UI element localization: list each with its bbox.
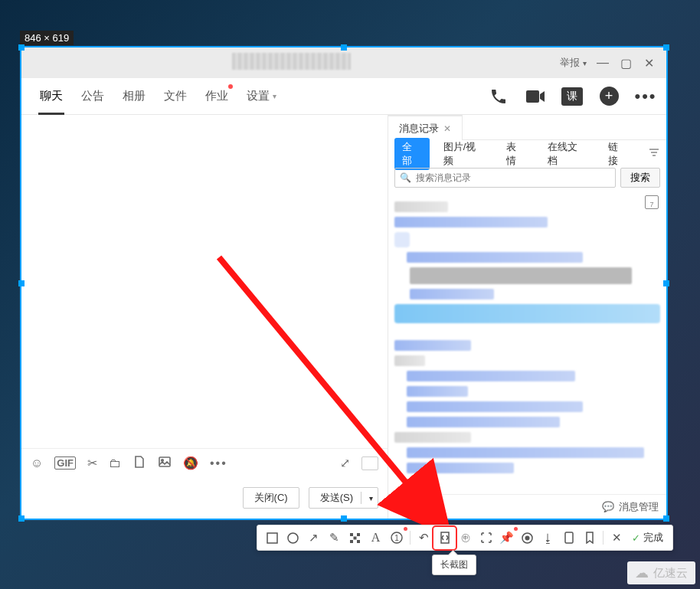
svg-rect-4	[267, 533, 277, 543]
tool-ellipse[interactable]	[283, 528, 303, 548]
close-chat-button[interactable]: 关闭(C)	[243, 487, 299, 509]
tool-cancel[interactable]: ✕	[607, 528, 627, 548]
selection-dimensions: 846 × 619	[20, 31, 74, 45]
list-item	[407, 371, 575, 381]
list-item	[407, 417, 560, 427]
fullscreen-icon[interactable]: ⤢	[340, 456, 350, 470]
tool-long-screenshot[interactable]	[434, 528, 455, 548]
tool-phone[interactable]	[558, 528, 579, 548]
chat-message-area	[21, 115, 388, 448]
search-icon: 🔍	[400, 172, 411, 183]
filter-link[interactable]: 链接	[600, 138, 636, 170]
tab-chat[interactable]: 聊天	[31, 78, 72, 115]
tab-notice[interactable]: 公告	[72, 78, 113, 115]
voice-call-icon[interactable]	[487, 85, 510, 108]
list-item	[407, 386, 468, 397]
list-item	[394, 432, 471, 443]
minimize-button[interactable]: —	[591, 51, 614, 74]
chevron-down-icon: ▾	[583, 59, 587, 67]
tool-record[interactable]	[517, 528, 538, 548]
message-manager-link[interactable]: 💬消息管理	[388, 494, 666, 519]
list-item	[394, 355, 425, 366]
search-field[interactable]	[416, 172, 610, 183]
tab-homework[interactable]: 作业	[196, 78, 237, 115]
chevron-down-icon[interactable]: ▾	[369, 494, 373, 502]
svg-rect-0	[526, 90, 539, 103]
filter-settings-icon[interactable]	[648, 146, 660, 162]
list-item	[407, 463, 514, 473]
message-history-list: 7	[388, 194, 666, 494]
tool-ocr[interactable]	[476, 528, 496, 548]
tooltip-long-screenshot: 长截图	[432, 555, 476, 575]
tab-album[interactable]: 相册	[113, 78, 155, 115]
notification-dot	[228, 84, 233, 89]
tool-done[interactable]: ✓完成	[627, 531, 668, 545]
tool-pen[interactable]: ✎	[324, 528, 345, 548]
emoji-icon[interactable]: ☺	[31, 456, 43, 470]
tool-pin[interactable]: 📌	[496, 528, 517, 548]
folder-icon[interactable]: 🗀	[109, 456, 121, 470]
list-item	[394, 232, 660, 247]
list-item	[394, 217, 548, 227]
more-input-icon[interactable]: •••	[210, 456, 227, 470]
report-link[interactable]: 举报▾	[555, 56, 591, 70]
list-item	[407, 252, 583, 263]
gif-icon[interactable]: GIF	[54, 456, 76, 470]
svg-point-5	[288, 533, 298, 543]
tool-arrow[interactable]: ↗	[303, 528, 324, 548]
list-item	[410, 289, 494, 299]
list-item	[394, 304, 660, 323]
svg-point-15	[525, 535, 530, 540]
image-icon[interactable]	[158, 455, 172, 472]
more-icon[interactable]: •••	[634, 85, 657, 108]
doc-icon[interactable]	[132, 455, 146, 472]
titlebar: 举报▾ — ▢ ✕	[21, 47, 666, 78]
list-item	[394, 340, 471, 351]
tool-translate[interactable]: ㊥	[455, 528, 476, 548]
tool-text[interactable]: A	[365, 528, 386, 548]
tab-file[interactable]: 文件	[155, 78, 196, 115]
tool-mosaic[interactable]	[345, 528, 365, 548]
send-button[interactable]: 发送(S)▾	[309, 487, 378, 509]
tool-rect[interactable]	[262, 528, 283, 548]
screenshot-toolbar: ↗ ✎ A 1 ↶ ㊥ 📌 ⭳ ✕ ✓完成	[257, 525, 673, 551]
lesson-icon[interactable]: 课	[561, 85, 584, 108]
watermark: ☁亿速云	[627, 561, 695, 584]
svg-rect-7	[357, 533, 360, 536]
add-button[interactable]: +	[597, 85, 620, 108]
search-history-input[interactable]: 🔍	[394, 168, 616, 188]
maximize-button[interactable]: ▢	[614, 51, 637, 74]
video-call-icon[interactable]	[524, 85, 547, 108]
svg-rect-1	[159, 457, 170, 466]
main-tabs: 聊天 公告 相册 文件 作业 设置 ▾ 课 + •••	[21, 78, 666, 115]
svg-rect-10	[357, 540, 360, 543]
history-panel-icon[interactable]	[361, 456, 378, 470]
filter-emoji[interactable]: 表情	[499, 138, 534, 170]
chevron-down-icon: ▾	[273, 92, 276, 100]
cloud-icon: ☁	[635, 564, 649, 581]
input-toolbar: ☺ GIF ✂ 🗀 🔕 ••• ⤢	[21, 448, 388, 477]
chat-window: 举报▾ — ▢ ✕ 聊天 公告 相册 文件 作业 设置 ▾ 课 + ••• ☺ …	[21, 47, 666, 519]
filter-doc[interactable]: 在线文档	[540, 138, 594, 170]
close-button[interactable]: ✕	[637, 51, 660, 74]
screenshot-icon[interactable]: ✂	[87, 456, 97, 470]
calendar-icon[interactable]: 7	[645, 195, 659, 209]
tab-settings[interactable]: 设置 ▾	[237, 78, 286, 115]
svg-rect-16	[565, 532, 573, 543]
close-icon[interactable]: ✕	[443, 123, 451, 134]
filter-media[interactable]: 图片/视频	[436, 138, 493, 170]
list-item	[410, 267, 632, 284]
list-item	[394, 201, 448, 212]
list-item	[407, 401, 583, 412]
tool-bookmark[interactable]	[579, 528, 600, 548]
tool-undo[interactable]: ↶	[414, 528, 434, 548]
side-tab-history[interactable]: 消息记录✕	[388, 115, 463, 140]
filter-all[interactable]: 全部	[394, 138, 430, 170]
tool-download[interactable]: ⭳	[538, 528, 558, 548]
svg-rect-6	[350, 533, 353, 536]
list-item	[407, 447, 644, 458]
search-button[interactable]: 搜索	[620, 168, 660, 188]
chat-icon: 💬	[602, 501, 614, 512]
mute-icon[interactable]: 🔕	[183, 456, 198, 470]
tool-number[interactable]: 1	[386, 528, 407, 548]
